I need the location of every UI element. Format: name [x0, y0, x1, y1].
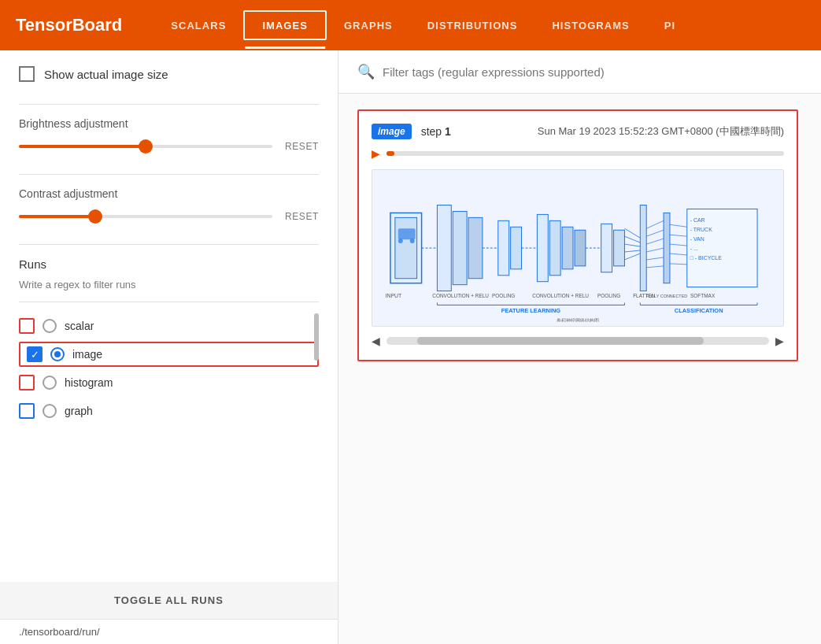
card-header: image step 1 Sun Mar 19 2023 15:52:23 GM… [372, 124, 784, 139]
run-checkbox-scalar[interactable] [19, 318, 35, 334]
svg-rect-19 [614, 230, 625, 266]
card-step-value: 1 [445, 125, 451, 138]
run-checkbox-image[interactable] [27, 346, 43, 362]
contrast-thumb[interactable] [88, 209, 102, 224]
svg-text:- ...: - ... [690, 246, 698, 251]
run-item-image[interactable]: image [19, 342, 319, 367]
cnn-svg: - CAR - TRUCK - VAN - ... □ - BICYCLE IN… [383, 174, 773, 322]
divider-1 [19, 104, 319, 105]
svg-rect-13 [537, 214, 548, 281]
svg-text:- VAN: - VAN [690, 236, 705, 242]
run-radio-scalar[interactable] [43, 319, 57, 333]
contrast-reset[interactable]: RESET [285, 211, 319, 222]
run-name-histogram: histogram [65, 376, 113, 389]
brightness-slider-row: RESET [19, 141, 319, 152]
svg-text:INPUT: INPUT [386, 292, 403, 298]
scrollbar-track[interactable] [386, 337, 769, 345]
search-input[interactable] [383, 65, 802, 79]
show-image-size-row[interactable]: Show actual image size [19, 66, 319, 82]
brightness-reset[interactable]: RESET [285, 141, 319, 152]
runs-title: Runs [19, 257, 319, 271]
show-image-size-checkbox[interactable] [19, 66, 35, 82]
svg-text:CLASSIFICATION: CLASSIFICATION [675, 307, 723, 314]
run-radio-histogram[interactable] [43, 376, 57, 390]
svg-text:□ - BICYCLE: □ - BICYCLE [690, 255, 722, 261]
run-name-scalar: scalar [65, 320, 94, 332]
svg-rect-11 [511, 227, 522, 269]
contrast-slider-row: RESET [19, 211, 319, 222]
svg-line-31 [646, 266, 664, 268]
scrollbar-thumb[interactable] [417, 337, 705, 345]
left-footer: ./tensorboard/run/ [0, 619, 338, 644]
svg-line-26 [646, 220, 664, 228]
svg-rect-32 [664, 213, 670, 283]
brightness-track[interactable] [19, 145, 272, 148]
run-item-graph[interactable]: graph [19, 398, 319, 424]
card-step: step 1 [421, 125, 451, 138]
runs-scrollbar[interactable] [314, 313, 319, 361]
contrast-filled [19, 215, 95, 218]
nav-images[interactable]: IMAGES [243, 10, 327, 40]
run-radio-image[interactable] [50, 347, 65, 361]
run-checkbox-graph[interactable] [19, 403, 35, 419]
search-icon: 🔍 [357, 63, 375, 80]
card-timestamp: Sun Mar 19 2023 15:52:23 GMT+0800 (中國標準時… [538, 124, 784, 139]
svg-rect-14 [549, 220, 560, 275]
toggle-all-runs-button[interactable]: TOGGLE ALL RUNS [0, 582, 338, 619]
run-radio-graph[interactable] [43, 404, 57, 418]
svg-line-24 [624, 254, 640, 260]
nav-distributions[interactable]: DISTRIBUTIONS [410, 0, 535, 50]
nav-scalars[interactable]: SCALARS [153, 0, 243, 50]
nav-graphs[interactable]: GRAPHS [327, 0, 410, 50]
svg-point-3 [398, 239, 403, 243]
svg-text:- CAR: - CAR [690, 217, 705, 223]
left-panel: Show actual image size Brightness adjust… [0, 50, 338, 644]
runs-filter-label: Write a regex to filter runs [19, 279, 319, 291]
svg-text:SOFTMAX: SOFTMAX [690, 292, 716, 298]
svg-line-35 [670, 244, 687, 246]
svg-text:POOLING: POOLING [597, 292, 620, 298]
progress-arrow-left[interactable]: ▶ [372, 147, 380, 160]
runs-filter-divider [19, 302, 319, 302]
svg-line-28 [646, 239, 664, 244]
run-checkbox-histogram[interactable] [19, 375, 35, 390]
svg-line-21 [624, 236, 640, 242]
scroll-right-arrow[interactable]: ▶ [775, 335, 784, 347]
brand: TensorBoard [16, 15, 122, 35]
brightness-thumb[interactable] [139, 139, 153, 154]
image-area: image step 1 Sun Mar 19 2023 15:52:23 GM… [338, 94, 821, 644]
svg-rect-25 [640, 205, 646, 291]
brightness-filled [19, 145, 146, 148]
svg-text:- TRUCK: - TRUCK [690, 227, 712, 232]
svg-text:CONVOLUTION + RELU: CONVOLUTION + RELU [432, 292, 489, 298]
svg-text:卷积神经网络结构图: 卷积神经网络结构图 [557, 317, 599, 322]
svg-text:FEATURE LEARNING: FEATURE LEARNING [501, 307, 561, 314]
svg-line-29 [646, 248, 664, 252]
nav-pi[interactable]: PI [647, 0, 693, 50]
run-item-histogram[interactable]: histogram [19, 370, 319, 395]
scroll-left-arrow[interactable]: ◀ [372, 335, 380, 347]
top-nav: SCALARS IMAGES GRAPHS DISTRIBUTIONS HIST… [153, 0, 693, 50]
contrast-track[interactable] [19, 215, 272, 218]
image-card: image step 1 Sun Mar 19 2023 15:52:23 GM… [357, 109, 798, 361]
nav-histograms[interactable]: HISTOGRAMS [534, 0, 646, 50]
svg-line-36 [670, 254, 687, 255]
search-bar: 🔍 [338, 50, 821, 94]
cnn-diagram: - CAR - TRUCK - VAN - ... □ - BICYCLE IN… [372, 169, 784, 327]
tag-badge: image [372, 124, 412, 139]
svg-line-22 [624, 244, 640, 246]
svg-line-27 [646, 230, 664, 236]
svg-rect-7 [468, 217, 483, 278]
run-item-scalar[interactable]: scalar [19, 313, 319, 339]
show-image-size-label: Show actual image size [44, 68, 168, 81]
svg-rect-16 [575, 230, 586, 266]
progress-bar-fill [386, 151, 394, 156]
svg-line-20 [624, 228, 640, 238]
svg-text:CONVOLUTION + RELU: CONVOLUTION + RELU [532, 292, 589, 298]
svg-point-4 [410, 239, 415, 243]
svg-line-34 [670, 235, 687, 236]
progress-bar-track[interactable] [386, 151, 784, 156]
card-scrollbar: ◀ ▶ [372, 335, 784, 347]
svg-text:FULLY CONNECTED: FULLY CONNECTED [646, 293, 687, 298]
run-name-image: image [72, 348, 102, 361]
